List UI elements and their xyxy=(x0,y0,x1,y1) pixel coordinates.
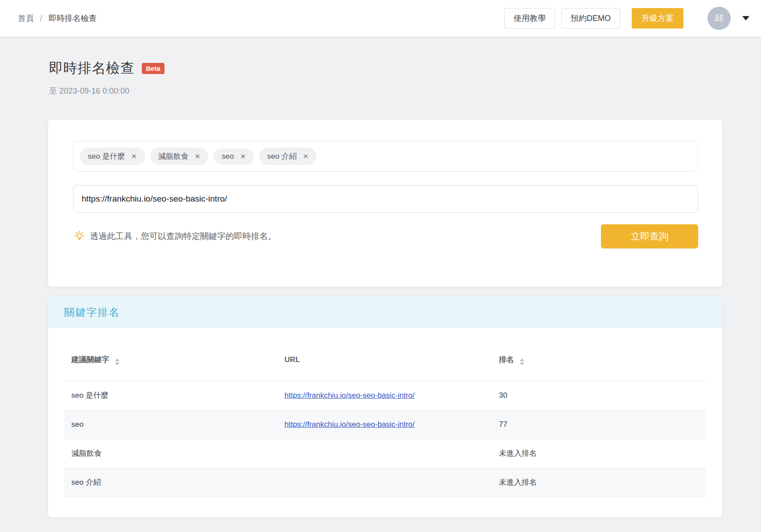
keyword-tag-label: seo xyxy=(222,152,234,161)
keyword-tags-input[interactable]: seo 是什麼 ✕ 減脂飲食 ✕ seo ✕ seo 介紹 ✕ xyxy=(73,141,698,172)
column-header-keyword-label: 建議關鍵字 xyxy=(71,355,109,364)
chevron-down-icon[interactable] xyxy=(742,16,749,21)
tip: 透過此工具，您可以查詢特定關鍵字的即時排名。 xyxy=(73,230,276,243)
table-row: seo https://frankchiu.io/seo-seo-basic-i… xyxy=(64,410,706,439)
keyword-tag: seo ✕ xyxy=(214,148,254,165)
query-card: seo 是什麼 ✕ 減脂飲食 ✕ seo ✕ seo 介紹 ✕ xyxy=(48,120,722,287)
column-header-rank[interactable]: 排名 xyxy=(492,328,706,381)
ranking-table-wrap: 建議關鍵字 URL 排名 seo 是什麼 https://f xyxy=(48,328,722,497)
book-demo-button[interactable]: 預約DEMO xyxy=(561,8,620,29)
sort-icon xyxy=(520,359,524,365)
column-header-url-label: URL xyxy=(284,355,300,364)
keyword-tag: seo 是什麼 ✕ xyxy=(80,148,145,165)
lightbulb-icon xyxy=(73,230,86,243)
keyword-tag: seo 介紹 ✕ xyxy=(259,148,317,165)
result-url-link[interactable]: https://frankchiu.io/seo-seo-basic-intro… xyxy=(284,391,415,400)
table-row: 減脂飲食 未進入排名 xyxy=(64,439,706,468)
keyword-cell: seo 是什麼 xyxy=(64,381,277,410)
tip-row: 透過此工具，您可以查詢特定關鍵字的即時排名。 立即查詢 xyxy=(73,224,698,248)
table-row: seo 是什麼 https://frankchiu.io/seo-seo-bas… xyxy=(64,381,706,410)
ranking-card: 關鍵字排名 建議關鍵字 URL 排名 xyxy=(48,297,722,517)
tip-text: 透過此工具，您可以查詢特定關鍵字的即時排名。 xyxy=(90,231,276,242)
keyword-tag: 減脂飲食 ✕ xyxy=(150,148,209,165)
date-range: 至 2023-09-16 0:00:00 xyxy=(49,86,761,96)
rank-cell: 30 xyxy=(492,381,706,410)
upgrade-plan-button[interactable]: 升級方案 xyxy=(632,8,683,29)
column-header-url: URL xyxy=(277,328,492,381)
breadcrumb-home-link[interactable]: 首頁 xyxy=(18,13,34,24)
topbar-actions: 使用教學 預約DEMO 升級方案 邱 xyxy=(504,7,749,30)
tutorial-button[interactable]: 使用教學 xyxy=(504,8,555,29)
keyword-cell: seo 介紹 xyxy=(64,468,277,497)
page-title: 即時排名檢查 xyxy=(49,60,135,76)
result-url-link[interactable]: https://frankchiu.io/seo-seo-basic-intro… xyxy=(284,420,415,429)
breadcrumb-current: 即時排名檢查 xyxy=(49,13,97,24)
remove-tag-icon[interactable]: ✕ xyxy=(195,153,201,160)
ranking-table: 建議關鍵字 URL 排名 seo 是什麼 https://f xyxy=(64,328,706,497)
remove-tag-icon[interactable]: ✕ xyxy=(303,153,309,160)
beta-badge: Beta xyxy=(142,63,165,74)
top-bar: 首頁 / 即時排名檢查 使用教學 預約DEMO 升級方案 邱 xyxy=(0,0,761,37)
url-input[interactable] xyxy=(73,185,698,213)
section-title: 關鍵字排名 xyxy=(48,297,722,328)
rank-cell: 未進入排名 xyxy=(492,468,706,497)
remove-tag-icon[interactable]: ✕ xyxy=(131,153,137,160)
keyword-tag-label: seo 是什麼 xyxy=(88,151,125,161)
sort-icon xyxy=(115,359,119,365)
query-now-button[interactable]: 立即查詢 xyxy=(601,224,698,248)
page-head: 即時排名檢查 Beta xyxy=(49,59,761,78)
keyword-cell: 減脂飲食 xyxy=(64,439,277,468)
breadcrumb: 首頁 / 即時排名檢查 xyxy=(18,13,97,24)
keyword-cell: seo xyxy=(64,410,277,439)
column-header-rank-label: 排名 xyxy=(499,355,514,364)
breadcrumb-separator: / xyxy=(40,14,42,23)
table-header-row: 建議關鍵字 URL 排名 xyxy=(64,328,706,381)
remove-tag-icon[interactable]: ✕ xyxy=(240,153,246,160)
table-row: seo 介紹 未進入排名 xyxy=(64,468,706,497)
url-cell: https://frankchiu.io/seo-seo-basic-intro… xyxy=(277,381,492,410)
url-cell xyxy=(277,468,492,497)
rank-cell: 未進入排名 xyxy=(492,439,706,468)
url-cell xyxy=(277,439,492,468)
avatar[interactable]: 邱 xyxy=(708,7,731,30)
keyword-tag-label: 減脂飲食 xyxy=(158,151,189,161)
keyword-tag-label: seo 介紹 xyxy=(267,151,296,161)
rank-cell: 77 xyxy=(492,410,706,439)
url-cell: https://frankchiu.io/seo-seo-basic-intro… xyxy=(277,410,492,439)
column-header-keyword[interactable]: 建議關鍵字 xyxy=(64,328,277,381)
